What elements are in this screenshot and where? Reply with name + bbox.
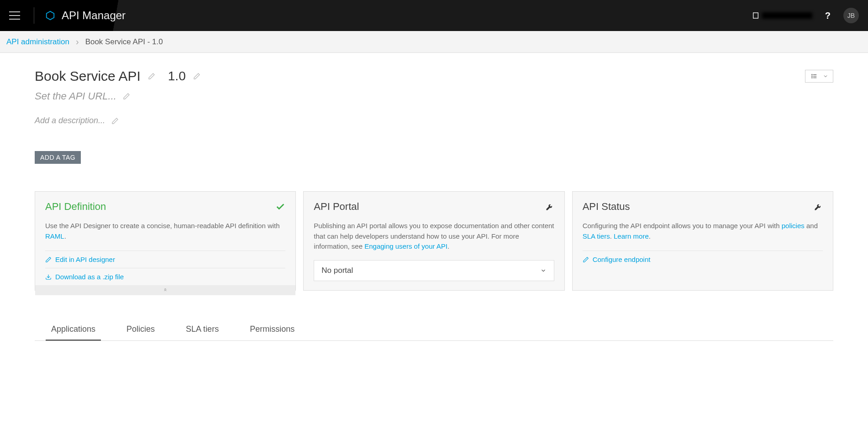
svg-point-8 [812, 76, 812, 76]
api-url-placeholder: Set the API URL... [35, 90, 116, 102]
card-title-definition: API Definition [45, 201, 106, 213]
check-icon [275, 202, 285, 212]
org-name-redacted [762, 12, 812, 19]
wrench-icon[interactable] [814, 202, 823, 211]
divider [34, 7, 34, 24]
card-title-portal: API Portal [314, 201, 359, 213]
pencil-icon [45, 256, 52, 263]
svg-rect-1 [753, 13, 758, 18]
card-title-status: API Status [583, 201, 630, 213]
card-collapse-toggle[interactable] [35, 285, 295, 295]
tab-applications[interactable]: Applications [49, 320, 97, 340]
view-toggle[interactable] [805, 70, 833, 83]
learn-more-link[interactable]: Learn more [614, 232, 649, 240]
org-selector[interactable] [752, 12, 812, 19]
edit-name-icon[interactable] [148, 73, 155, 80]
list-icon [810, 73, 818, 79]
wrench-icon[interactable] [545, 202, 554, 211]
avatar[interactable]: JB [843, 8, 859, 23]
api-name: Book Service API [35, 68, 141, 84]
breadcrumb: API administration › Book Service API - … [0, 31, 868, 53]
pencil-icon [583, 256, 589, 263]
app-logo-icon [45, 10, 55, 21]
card-api-definition: API Definition Use the API Designer to c… [35, 191, 296, 291]
breadcrumb-separator: › [76, 37, 79, 47]
card-body-portal: Publishing an API portal allows you to e… [314, 221, 554, 252]
tabs: Applications Policies SLA tiers Permissi… [35, 320, 833, 341]
svg-point-7 [812, 74, 812, 75]
breadcrumb-root-link[interactable]: API administration [6, 37, 69, 47]
api-version: 1.0 [168, 69, 186, 84]
portal-dropdown[interactable]: No portal [314, 260, 554, 281]
portal-selected-value: No portal [321, 266, 353, 275]
sla-tiers-link[interactable]: SLA tiers [583, 232, 610, 240]
download-icon [45, 274, 52, 280]
svg-point-9 [812, 78, 812, 78]
edit-description-icon[interactable] [111, 117, 119, 125]
card-api-status: API Status Configuring the API endpoint … [572, 191, 833, 291]
menu-icon[interactable] [9, 9, 23, 22]
download-zip-link[interactable]: Download as a .zip file [45, 268, 285, 285]
building-icon [752, 12, 759, 19]
api-description-row[interactable]: Add a description... [35, 116, 833, 125]
topbar: API Manager ? JB [0, 0, 868, 31]
breadcrumb-current: Book Service API - 1.0 [85, 37, 163, 47]
add-tag-button[interactable]: ADD A TAG [35, 151, 81, 164]
api-url-row[interactable]: Set the API URL... [35, 90, 833, 102]
policies-link[interactable]: policies [782, 222, 805, 230]
card-body-status: Configuring the API endpoint allows you … [583, 221, 823, 241]
help-icon[interactable]: ? [825, 10, 831, 21]
api-description-placeholder: Add a description... [35, 116, 105, 125]
raml-link[interactable]: RAML [45, 232, 64, 240]
tab-permissions[interactable]: Permissions [248, 320, 296, 340]
chevrons-up-icon [162, 287, 168, 292]
tab-sla-tiers[interactable]: SLA tiers [184, 320, 221, 340]
cards-row: API Definition Use the API Designer to c… [35, 191, 833, 291]
title-row: Book Service API 1.0 [35, 68, 833, 84]
card-api-portal: API Portal Publishing an API portal allo… [303, 191, 564, 291]
edit-version-icon[interactable] [193, 73, 200, 80]
svg-marker-0 [47, 11, 54, 20]
chevron-down-icon [823, 73, 828, 79]
main-content: Book Service API 1.0 Set the API URL... … [0, 53, 868, 356]
configure-endpoint-link[interactable]: Configure endpoint [583, 251, 823, 268]
tab-policies[interactable]: Policies [125, 320, 157, 340]
card-body-definition: Use the API Designer to create a concise… [45, 221, 285, 241]
chevron-down-icon [540, 267, 547, 274]
edit-url-icon[interactable] [123, 93, 130, 100]
app-title: API Manager [62, 9, 126, 22]
engaging-users-link[interactable]: Engaging users of your API [364, 242, 447, 250]
edit-in-designer-link[interactable]: Edit in API designer [45, 251, 285, 268]
